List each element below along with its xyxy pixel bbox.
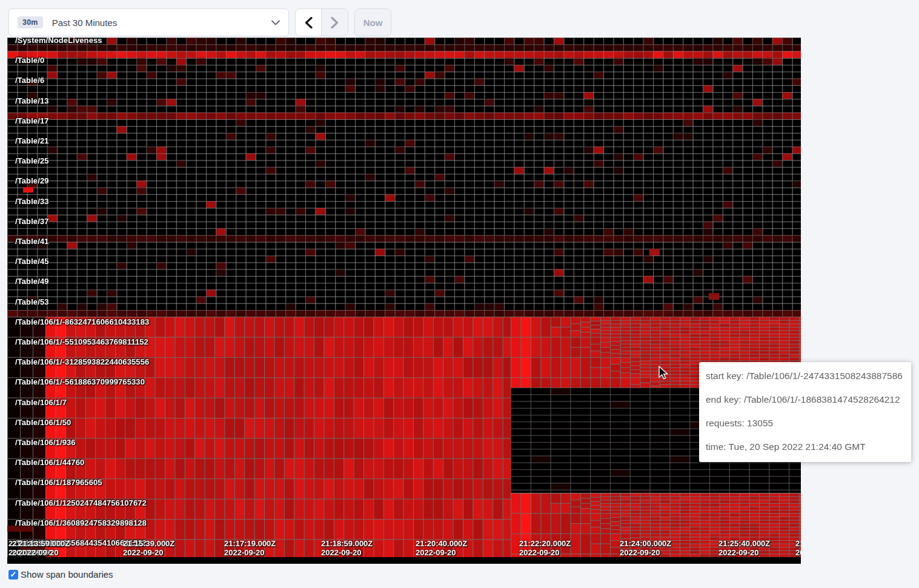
tooltip-start-key: start key: /Table/106/1/-247433150824388…	[706, 371, 904, 382]
heatmap-area[interactable]: /System/NodeLiveness/Table/0/Table/6/Tab…	[7, 38, 801, 564]
footer: ✓ Show span boundaries	[8, 569, 113, 580]
check-icon: ✓	[10, 570, 17, 578]
chevron-left-icon	[305, 17, 313, 28]
time-range-badge: 30m	[18, 16, 43, 28]
tooltip-requests: requests: 13055	[706, 418, 904, 429]
time-tick-label: 21:13:59.000Z2022-09-20	[18, 540, 70, 557]
show-span-boundaries-checkbox[interactable]: ✓	[8, 570, 18, 580]
time-tick-label: 21:24:00.000Z2022-09-20	[620, 540, 671, 557]
row-label: /Table/53	[15, 297, 49, 306]
row-label: /Table/37	[15, 217, 49, 226]
row-label: /Table/33	[15, 197, 49, 206]
chevron-right-icon	[331, 17, 339, 28]
cell-tooltip: start key: /Table/106/1/-247433150824388…	[699, 362, 911, 462]
time-range-select[interactable]: 30m Past 30 Minutes	[8, 8, 289, 36]
row-label: /Table/17	[15, 116, 49, 125]
row-label: /Table/106/1/7	[15, 398, 67, 407]
row-label: /Table/106/1/-5510953463769811152	[15, 337, 148, 346]
row-label: /Table/25	[15, 156, 49, 165]
time-tick-label: 21:25:40.000Z2022-09-20	[718, 540, 770, 557]
row-label: /Table/106/1/50	[15, 418, 71, 427]
time-tick-label: 21:27:20.000Z2022-09-20	[795, 540, 801, 557]
row-label: /Table/106/1/-561886370999765330	[15, 377, 145, 386]
mouse-cursor	[656, 365, 669, 383]
row-label: /System/NodeLiveness	[15, 38, 102, 45]
row-label: /Table/0	[15, 56, 44, 65]
time-nav-group	[295, 8, 348, 36]
row-label: /Table/106/1/-8632471606610433183	[15, 317, 149, 326]
row-label: /Table/13	[15, 96, 49, 105]
row-label: /Table/6	[15, 76, 44, 85]
row-label: /Table/21	[15, 136, 49, 145]
row-label: /Table/106/1/936	[15, 438, 76, 447]
row-label: /Table/49	[15, 277, 49, 286]
time-tick-label: 21:18:59.000Z2022-09-20	[321, 540, 373, 557]
chevron-down-icon	[271, 20, 280, 25]
row-label: /Table/106/1/187965605	[15, 478, 102, 487]
toolbar: 30m Past 30 Minutes Now	[8, 8, 391, 36]
time-tick-label: 21:22:20.000Z2022-09-20	[519, 540, 571, 557]
prev-interval-button[interactable]	[296, 9, 322, 36]
tooltip-end-key: end key: /Table/106/1/-18683814745282642…	[706, 394, 904, 405]
key-visualizer: /System/NodeLiveness/Table/0/Table/6/Tab…	[7, 38, 801, 564]
row-label: /Table/106/1/3608924758329898128	[15, 518, 147, 527]
time-tick-label: 21:15:39.000Z2022-09-20	[123, 540, 174, 557]
row-label: /Table/106/1/44760	[15, 458, 84, 467]
show-span-boundaries-label: Show span boundaries	[21, 569, 113, 580]
pointer-arrow-icon	[656, 365, 669, 381]
row-label: /Table/106/1/1250247484756107672	[15, 498, 147, 507]
row-label: /Table/29	[15, 176, 49, 185]
next-interval-button[interactable]	[322, 9, 348, 36]
time-tick-label: 21:17:19.000Z2022-09-20	[224, 540, 276, 557]
row-label: /Table/45	[15, 257, 49, 266]
time-range-label: Past 30 Minutes	[52, 18, 118, 28]
time-tick-label: 21:20:40.000Z2022-09-20	[416, 540, 467, 557]
heatmap-canvas[interactable]	[7, 38, 801, 564]
row-label: /Table/41	[15, 237, 49, 246]
tooltip-time: time: Tue, 20 Sep 2022 21:24:40 GMT	[706, 441, 904, 452]
row-label: /Table/106/1/-3128593822440635556	[15, 357, 149, 366]
now-button[interactable]: Now	[354, 8, 391, 36]
